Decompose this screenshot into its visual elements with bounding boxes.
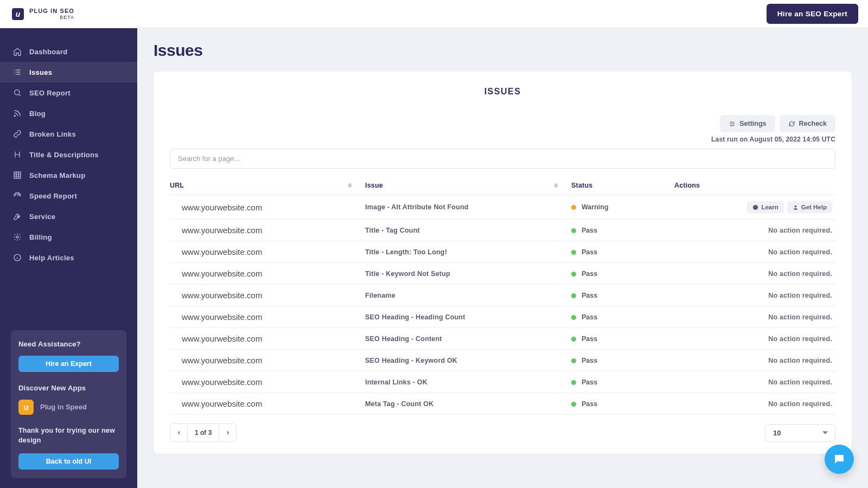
back-to-old-ui-button[interactable]: Back to old UI: [18, 453, 119, 470]
gear-icon: [13, 233, 22, 241]
info-icon: [13, 253, 22, 262]
svg-point-6: [794, 205, 796, 207]
page-prev-button[interactable]: [170, 424, 188, 441]
main: Issues ISSUES Settings Recheck Last run …: [137, 28, 868, 488]
list-icon: [13, 68, 22, 76]
issues-card: ISSUES Settings Recheck Last run on Augu…: [154, 72, 852, 454]
table-footer: 1 of 3 10: [170, 423, 835, 442]
row-status: Pass: [571, 328, 674, 350]
grid-icon: [13, 171, 22, 179]
learn-button[interactable]: Learn: [747, 201, 783, 213]
row-issue: Image - Alt Attribute Not Found: [365, 195, 571, 220]
status-dot-icon: [571, 380, 576, 385]
status-dot-icon: [571, 228, 576, 233]
hire-expert-button[interactable]: Hire an SEO Expert: [767, 4, 858, 24]
sidebar-item-title-descriptions[interactable]: Title & Descriptions: [0, 144, 137, 165]
col-url[interactable]: URL: [170, 176, 365, 195]
row-actions: No action required.: [674, 328, 835, 350]
row-url: www.yourwebsite.com: [170, 350, 365, 371]
sidebar-item-seo-report[interactable]: SEO Report: [0, 82, 137, 103]
status-dot-icon: [571, 250, 576, 255]
logo-text: PLUG IN SEO BETA: [29, 8, 74, 20]
app-plug-in-speed[interactable]: u Plug in Speed: [18, 400, 119, 415]
search-input[interactable]: [170, 149, 835, 169]
status-dot-icon: [571, 272, 576, 277]
logo[interactable]: u PLUG IN SEO BETA: [12, 8, 74, 20]
row-status: Pass: [571, 371, 674, 393]
sidebar-item-broken-links[interactable]: Broken Links: [0, 124, 137, 144]
status-dot-icon: [571, 293, 576, 298]
col-url-label: URL: [170, 182, 184, 189]
action-none: No action required.: [768, 270, 832, 278]
page-title: Issues: [154, 41, 852, 60]
action-none: No action required.: [768, 335, 832, 343]
status-dot-icon: [571, 402, 576, 407]
sidebar-item-help-articles[interactable]: Help Articles: [0, 247, 137, 268]
row-issue: Internal Links - OK: [365, 371, 571, 393]
row-actions: No action required.: [674, 350, 835, 371]
settings-button[interactable]: Settings: [720, 115, 775, 132]
svg-point-0: [15, 90, 20, 95]
sidebar-item-blog[interactable]: Blog: [0, 103, 137, 124]
link-icon: [13, 130, 22, 138]
status-dot-icon: [571, 315, 576, 320]
sidebar-item-schema-markup[interactable]: Schema Markup: [0, 165, 137, 185]
row-actions: No action required.: [674, 393, 835, 415]
action-none: No action required.: [768, 248, 832, 256]
row-url: www.yourwebsite.com: [170, 371, 365, 393]
row-issue: SEO Heading - Keyword OK: [365, 350, 571, 371]
get-help-button[interactable]: Get Help: [787, 201, 832, 213]
svg-point-1: [14, 115, 15, 117]
sidebar-item-service[interactable]: Service: [0, 206, 137, 227]
sidebar: Dashboard Issues SEO Report Blog Broken …: [0, 28, 137, 488]
sidebar-item-billing[interactable]: Billing: [0, 227, 137, 247]
col-issue-label: Issue: [365, 182, 383, 189]
row-status: Pass: [571, 306, 674, 328]
row-actions: LearnGet Help: [674, 195, 835, 220]
gauge-icon: [13, 191, 22, 200]
action-none: No action required.: [768, 227, 832, 234]
row-issue: Title - Keyword Not Setup: [365, 263, 571, 285]
table-row: www.yourwebsite.comTitle - Keyword Not S…: [170, 263, 835, 285]
sidebar-item-label: Speed Report: [29, 192, 77, 200]
recheck-button[interactable]: Recheck: [780, 115, 835, 132]
col-issue[interactable]: Issue: [365, 176, 571, 195]
sidebar-item-label: Billing: [29, 233, 52, 241]
table-row: www.yourwebsite.comTitle - Length: Too L…: [170, 241, 835, 263]
app-icon: u: [18, 400, 34, 415]
person-icon: [793, 204, 799, 210]
sidebar-item-speed-report[interactable]: Speed Report: [0, 185, 137, 206]
row-actions: No action required.: [674, 371, 835, 393]
sidebar-item-label: Broken Links: [29, 130, 76, 138]
table-row: www.yourwebsite.comSEO Heading - Keyword…: [170, 350, 835, 371]
row-url: www.yourwebsite.com: [170, 285, 365, 306]
row-url: www.yourwebsite.com: [170, 241, 365, 263]
row-status: Pass: [571, 350, 674, 371]
per-page-select[interactable]: 10: [765, 424, 835, 442]
row-actions: No action required.: [674, 263, 835, 285]
page-next-button[interactable]: [219, 424, 236, 441]
hire-expert-sidebar-button[interactable]: Hire an Expert: [18, 356, 119, 372]
sidebar-item-dashboard[interactable]: Dashboard: [0, 41, 137, 62]
heading-icon: [13, 150, 22, 159]
action-none: No action required.: [768, 313, 832, 321]
sidebar-item-label: Help Articles: [29, 254, 74, 262]
table-row: www.yourwebsite.comTitle - Tag CountPass…: [170, 220, 835, 241]
col-status-label: Status: [571, 182, 592, 189]
magnify-icon: [13, 88, 22, 97]
refresh-icon: [788, 120, 795, 127]
svg-rect-2: [14, 172, 21, 178]
learn-label: Learn: [761, 204, 778, 210]
issues-table: URL Issue Status Actions: [170, 176, 835, 415]
table-row: www.yourwebsite.comSEO Heading - Content…: [170, 328, 835, 350]
top-bar: u PLUG IN SEO BETA Hire an SEO Expert: [0, 0, 868, 28]
help-fab[interactable]: [825, 445, 854, 474]
assist-card: Need Assistance? Hire an Expert Discover…: [11, 330, 126, 479]
logo-main: PLUG IN SEO: [29, 8, 74, 14]
action-none: No action required.: [768, 378, 832, 386]
sidebar-item-issues[interactable]: Issues: [0, 62, 137, 82]
toolbar: Settings Recheck: [170, 115, 835, 132]
chevron-left-icon: [176, 430, 182, 435]
sort-icon: [348, 183, 352, 188]
card-title: ISSUES: [170, 87, 835, 97]
